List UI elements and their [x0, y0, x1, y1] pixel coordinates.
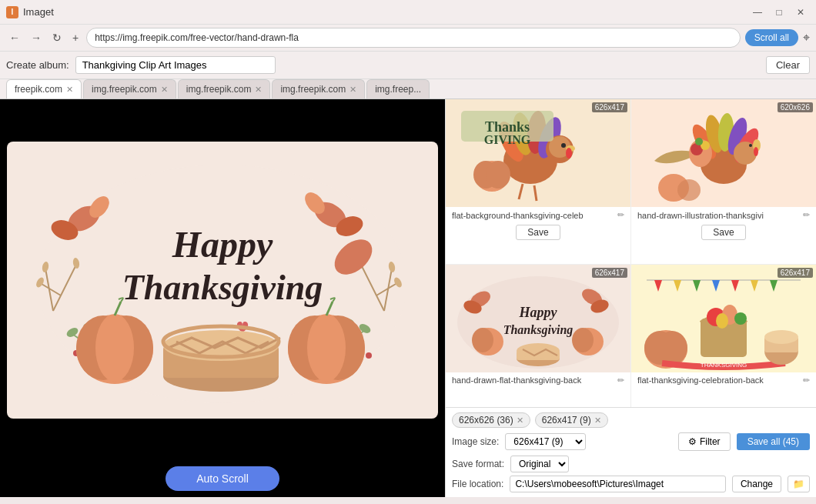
- grid-thumb-2: Happy Thanksgiving ♥ ♥: [446, 265, 630, 372]
- svg-point-94: [517, 343, 560, 359]
- tabs-bar: freepik.com ✕ img.freepik.com ✕ img.free…: [0, 79, 816, 99]
- filter-tag-label-1: 626x417 (9): [542, 415, 591, 426]
- filter-tag-1[interactable]: 626x417 (9) ✕: [535, 412, 608, 428]
- tab-3[interactable]: img.freepik.com ✕: [272, 79, 365, 98]
- grid-thumb-3: THANKSGIVING: [631, 265, 816, 372]
- svg-point-60: [486, 161, 510, 189]
- grid-item-1[interactable]: 620x626 hand-drawn-illustration-thanksgi…: [631, 99, 816, 264]
- grid-item-0[interactable]: Thanks GIVING 626x417 flat-background-th…: [446, 99, 630, 264]
- filter-button[interactable]: ⚙ Filter: [678, 432, 731, 451]
- grid-image-3: THANKSGIVING: [631, 265, 816, 372]
- album-label: Create album:: [6, 59, 69, 71]
- save-button-1[interactable]: Save: [701, 225, 745, 240]
- svg-point-71: [749, 144, 752, 147]
- forward-button[interactable]: →: [28, 30, 45, 45]
- grid-item-name-3: flat-thanksgiving-celebration-back: [637, 375, 800, 385]
- auto-scroll-button[interactable]: Auto Scroll: [166, 466, 279, 491]
- edit-icon-1[interactable]: ✏: [803, 210, 810, 220]
- svg-text:Thanksgiving: Thanksgiving: [503, 323, 574, 337]
- svg-point-108: [716, 313, 728, 329]
- dim-badge-2: 626x417: [592, 268, 627, 278]
- grid-item-footer-0: flat-background-thanksgiving-celeb ✏: [446, 207, 630, 223]
- auto-scroll-bar: Auto Scroll: [0, 460, 445, 497]
- album-input[interactable]: [75, 56, 276, 74]
- tab-label-2: img.freepik.com: [186, 84, 252, 95]
- right-panel: Thanks GIVING 626x417 flat-background-th…: [445, 99, 816, 497]
- svg-point-77: [677, 179, 701, 201]
- save-format-row: Save format: OriginalJPEGPNGWEBP: [452, 456, 810, 472]
- svg-text:Thanksgiving: Thanksgiving: [122, 268, 323, 307]
- image-size-label: Image size:: [452, 436, 499, 447]
- thanksgiving-illustration: Happy Thanksgiving: [7, 142, 438, 419]
- grid-item-name-0: flat-background-thanksgiving-celeb: [452, 211, 614, 220]
- image-viewer: Happy Thanksgiving Auto Scroll: [0, 99, 445, 497]
- grid-item-3[interactable]: THANKSGIVING 626x417 flat-thanksgiving-c…: [631, 265, 816, 408]
- filter-tags: 626x626 (36) ✕ 626x417 (9) ✕: [452, 412, 810, 428]
- svg-text:THANKSGIVING: THANKSGIVING: [701, 362, 747, 369]
- save-button-0[interactable]: Save: [516, 225, 560, 240]
- tab-close-0[interactable]: ✕: [66, 85, 73, 95]
- svg-point-31: [95, 314, 134, 382]
- grid-thumb-1: [631, 99, 816, 207]
- tab-4[interactable]: img.freep...: [366, 79, 430, 98]
- tab-close-1[interactable]: ✕: [161, 85, 168, 95]
- maximize-button[interactable]: □: [770, 3, 788, 22]
- tab-1[interactable]: img.freepik.com ✕: [83, 79, 176, 98]
- svg-point-27: [366, 352, 372, 359]
- refresh-button[interactable]: ↻: [49, 30, 65, 45]
- filter-tag-label-0: 626x626 (36): [459, 415, 513, 426]
- grid-image-1: [631, 99, 816, 207]
- svg-point-85: [472, 328, 493, 352]
- image-size-select[interactable]: 626x417 (9)626x626 (36)All sizes: [505, 433, 586, 450]
- dim-badge-0: 626x417: [592, 102, 627, 112]
- album-bar: Create album: Clear: [0, 52, 816, 79]
- svg-text:Happy: Happy: [519, 305, 558, 320]
- window-controls: — □ ✕: [748, 3, 810, 22]
- svg-point-75: [695, 138, 703, 145]
- filter-icon: ⚙: [688, 436, 697, 447]
- tab-0[interactable]: freepik.com ✕: [6, 79, 82, 98]
- tab-close-3[interactable]: ✕: [349, 85, 356, 95]
- filter-label: Filter: [700, 436, 721, 447]
- clear-button[interactable]: Clear: [766, 56, 810, 74]
- filter-tag-close-0[interactable]: ✕: [517, 416, 523, 426]
- edit-icon-2[interactable]: ✏: [617, 375, 624, 386]
- dim-badge-1: 620x626: [778, 102, 813, 112]
- edit-icon-3[interactable]: ✏: [803, 375, 810, 386]
- file-location-input[interactable]: [510, 476, 726, 492]
- grid-item-name-1: hand-drawn-illustration-thanksgivi: [637, 211, 800, 220]
- app-icon: I: [6, 6, 18, 18]
- bottom-panel: 626x626 (36) ✕ 626x417 (9) ✕ Image size:…: [446, 407, 816, 497]
- new-tab-button[interactable]: +: [69, 30, 82, 45]
- minimize-button[interactable]: —: [748, 3, 767, 22]
- change-button[interactable]: Change: [732, 476, 781, 492]
- svg-point-111: [657, 331, 687, 365]
- grid-item-2[interactable]: Happy Thanksgiving ♥ ♥ 626x417 hand-dra: [446, 265, 630, 408]
- grid-image-2: Happy Thanksgiving ♥ ♥: [446, 265, 630, 372]
- save-format-select[interactable]: OriginalJPEGPNGWEBP: [510, 456, 569, 472]
- main-image: Happy Thanksgiving: [7, 142, 438, 419]
- bottom-controls: Image size: 626x417 (9)626x626 (36)All s…: [452, 432, 810, 451]
- grid-item-footer-2: hand-drawn-flat-thanksgiving-back ✏: [446, 372, 630, 389]
- svg-point-51: [566, 148, 572, 159]
- save-all-button[interactable]: Save all (45): [737, 433, 810, 450]
- tab-2[interactable]: img.freepik.com ✕: [178, 79, 271, 98]
- tab-close-2[interactable]: ✕: [255, 85, 262, 95]
- tab-label-0: freepik.com: [15, 84, 62, 95]
- filter-tag-close-1[interactable]: ✕: [594, 416, 601, 426]
- address-bar[interactable]: [86, 28, 740, 48]
- grid-item-name-2: hand-drawn-flat-thanksgiving-back: [452, 375, 614, 385]
- svg-text:GIVING: GIVING: [484, 133, 531, 146]
- tab-label-1: img.freepik.com: [92, 84, 157, 95]
- back-button[interactable]: ←: [6, 30, 23, 45]
- svg-point-52: [561, 143, 566, 148]
- filter-tag-0[interactable]: 626x626 (36) ✕: [452, 412, 530, 428]
- folder-button[interactable]: 📁: [788, 476, 810, 492]
- close-button[interactable]: ✕: [791, 3, 810, 22]
- svg-text:Happy: Happy: [172, 224, 273, 265]
- svg-point-35: [307, 314, 346, 382]
- app-title: Imaget: [23, 6, 54, 18]
- edit-icon-0[interactable]: ✏: [617, 210, 624, 220]
- scroll-all-button[interactable]: Scroll all: [745, 29, 798, 46]
- extension-icon[interactable]: ⌖: [803, 31, 810, 45]
